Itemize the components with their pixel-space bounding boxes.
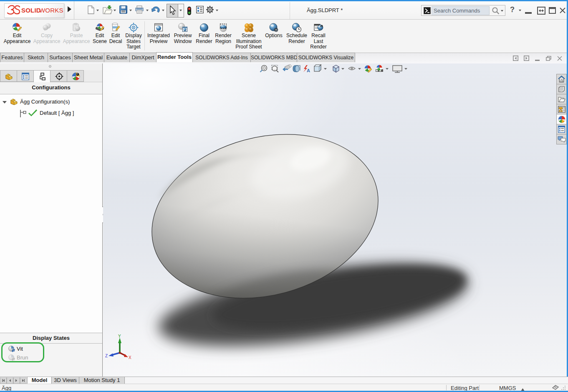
svg-text:SOLID: SOLID <box>21 7 41 14</box>
svg-text:WORKS: WORKS <box>39 7 63 14</box>
svg-text:A: A <box>307 68 310 73</box>
svg-text:Z: Z <box>105 354 108 358</box>
svg-text:Y: Y <box>118 334 121 339</box>
svg-text:X: X <box>129 355 131 360</box>
